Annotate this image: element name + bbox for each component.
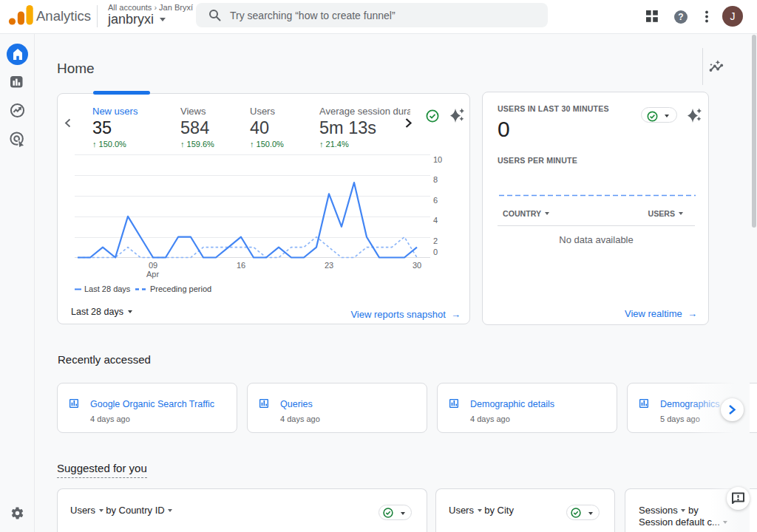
svg-text:0: 0 xyxy=(433,248,438,256)
svg-text:09: 09 xyxy=(149,261,157,270)
svg-text:16: 16 xyxy=(237,261,245,270)
svg-text:6: 6 xyxy=(433,196,438,205)
svg-text:Last 28 days: Last 28 days xyxy=(84,284,131,293)
svg-text:10: 10 xyxy=(433,155,442,164)
svg-text:23: 23 xyxy=(325,261,333,270)
svg-text:Preceding period: Preceding period xyxy=(150,284,211,293)
svg-text:4: 4 xyxy=(433,216,438,225)
svg-text:8: 8 xyxy=(433,175,438,184)
svg-text:2: 2 xyxy=(433,236,438,245)
svg-text:30: 30 xyxy=(413,261,421,270)
svg-text:Apr: Apr xyxy=(146,270,159,279)
